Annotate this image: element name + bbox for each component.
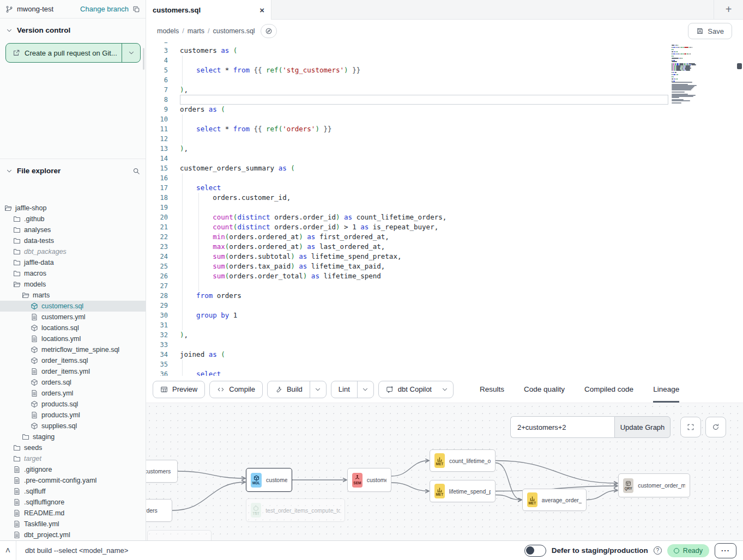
code-line-15[interactable]: 15customer_orders_summary as ( <box>146 163 743 173</box>
lineage-node-customer_order_metrics[interactable]: QRYcustomer_order_metrics <box>618 473 690 497</box>
file-tree-item-supplies-sql[interactable]: supplies.sql <box>0 421 146 431</box>
file-tree-item-locations-sql[interactable]: locations.sql <box>0 322 146 333</box>
lineage-canvas[interactable]: stg_customersordersMDLcustomersTSTtest_o… <box>146 403 743 540</box>
code-line-32[interactable]: 32), <box>146 330 743 340</box>
code-line-30[interactable]: 30 group by 1 <box>146 311 743 320</box>
save-button[interactable]: Save <box>688 23 732 39</box>
lineage-node-average_order_value[interactable]: METaverage_order_value <box>522 489 587 511</box>
lineage-node-count_lifetime_orders[interactable]: METcount_lifetime_orders <box>430 449 496 472</box>
code-line-28[interactable]: 28 from orders <box>146 291 743 301</box>
help-icon[interactable]: ? <box>654 546 662 555</box>
code-lines[interactable]: 23customers as (45 select * from {{ ref(… <box>146 42 743 376</box>
code-line-6[interactable]: 6 <box>146 75 743 85</box>
file-tree-item-marts[interactable]: marts <box>0 290 146 301</box>
copy-icon[interactable] <box>132 5 140 13</box>
breadcrumb-item[interactable]: marts <box>188 27 204 35</box>
tab-results[interactable]: Results <box>480 376 504 403</box>
version-control-header[interactable]: Version control <box>0 19 146 40</box>
chevron-down-icon[interactable] <box>439 381 453 398</box>
scrollbar-thumb[interactable] <box>737 63 742 69</box>
fullscreen-button[interactable] <box>680 417 701 437</box>
lineage-node-partial_node[interactable] <box>147 530 212 540</box>
explore-lineage-button[interactable] <box>261 24 277 38</box>
preview-button[interactable]: Preview <box>153 381 205 398</box>
tab-compiled-code[interactable]: Compiled code <box>584 376 633 403</box>
file-tree-item-products-yml[interactable]: products.yml <box>0 410 146 421</box>
new-tab-button[interactable]: + <box>714 0 743 19</box>
file-tree-item-order-items-sql[interactable]: order_items.sql <box>0 355 146 366</box>
file-tree-item-jaffle-shop[interactable]: jaffle-shop <box>0 203 146 214</box>
file-tree-item-jaffle-data[interactable]: jaffle-data <box>0 257 146 268</box>
file-tree-item-orders-yml[interactable]: orders.yml <box>0 388 146 399</box>
code-line-18[interactable]: 18 orders.customer_id, <box>146 193 743 203</box>
code-line-12[interactable]: 12 <box>146 134 743 144</box>
file-tree-item-data-tests[interactable]: data-tests <box>0 235 146 246</box>
expand-command-bar-button[interactable]: ˄ <box>0 541 16 560</box>
editor-scrollbar[interactable] <box>736 42 742 376</box>
code-line-10[interactable]: 10 <box>146 114 743 124</box>
code-line-11[interactable]: 11 select * from {{ ref('orders') }} <box>146 124 743 134</box>
close-tab-icon[interactable]: × <box>259 5 264 15</box>
chevron-down-icon[interactable] <box>310 381 326 398</box>
file-tree-item-macros[interactable]: macros <box>0 268 146 279</box>
tab-code-quality[interactable]: Code quality <box>524 376 565 403</box>
code-line-17[interactable]: 17 select <box>146 183 743 193</box>
code-line-14[interactable]: 14 <box>146 154 743 163</box>
tab-customers-sql[interactable]: customers.sql × <box>146 0 271 20</box>
file-tree-item-metricflow-time-spine-sql[interactable]: metricflow_time_spine.sql <box>0 344 146 355</box>
code-line-8[interactable]: 8 <box>146 95 743 105</box>
file-tree-item--pre-commit-config-yaml[interactable]: .pre-commit-config.yaml <box>0 475 146 486</box>
chevron-down-icon[interactable] <box>357 381 373 398</box>
code-line-7[interactable]: 7), <box>146 85 743 95</box>
code-line-13[interactable]: 13), <box>146 144 743 154</box>
file-tree-item-orders-sql[interactable]: orders.sql <box>0 377 146 388</box>
file-explorer-header[interactable]: File explorer <box>0 159 146 180</box>
code-line-4[interactable]: 4 <box>146 56 743 65</box>
refresh-button[interactable] <box>705 417 726 437</box>
code-line-19[interactable]: 19 <box>146 203 743 212</box>
code-line-31[interactable]: 31 <box>146 320 743 330</box>
minimap[interactable] <box>672 42 721 104</box>
file-tree-item--sqlfluff[interactable]: .sqlfluff <box>0 486 146 497</box>
code-line-24[interactable]: 24 sum(orders.subtotal) as lifetime_spen… <box>146 252 743 261</box>
lineage-node-lifetime_spend_pretax[interactable]: METlifetime_spend_pretax <box>430 480 496 502</box>
code-line-36[interactable]: 36 select <box>146 369 743 376</box>
lineage-node-test_order_items[interactable]: TSTtest_order_items_compute_to_bools... <box>246 498 345 522</box>
code-line-20[interactable]: 20 count(distinct orders.order_id) as co… <box>146 212 743 222</box>
code-line-34[interactable]: 34joined as ( <box>146 350 743 360</box>
file-tree-item-staging[interactable]: staging <box>0 431 146 442</box>
file-tree-item-readme-md[interactable]: README.md <box>0 508 146 519</box>
code-line-27[interactable]: 27 <box>146 281 743 291</box>
breadcrumb-item[interactable]: models <box>157 27 179 35</box>
tab-lineage[interactable]: Lineage <box>653 376 679 403</box>
file-tree-item-dbt-project-yml[interactable]: dbt_project.yml <box>0 529 146 540</box>
file-tree-item--gitignore[interactable]: .gitignore <box>0 464 146 475</box>
file-tree-item-taskfile-yml[interactable]: Taskfile.yml <box>0 519 146 529</box>
code-line-22[interactable]: 22 min(orders.ordered_at) as first_order… <box>146 232 743 242</box>
file-tree-item-customers-sql[interactable]: customers.sql <box>0 301 146 312</box>
code-line-35[interactable]: 35 <box>146 360 743 369</box>
update-graph-button[interactable]: Update Graph <box>614 416 670 438</box>
build-button[interactable]: Build <box>267 381 327 398</box>
file-tree-item-products-sql[interactable]: products.sql <box>0 399 146 410</box>
lineage-node-stg_customers[interactable]: stg_customers <box>146 460 178 483</box>
file-tree-item-target[interactable]: target <box>0 453 146 464</box>
file-tree-item-customers-yml[interactable]: customers.yml <box>0 312 146 322</box>
code-line-3[interactable]: 3customers as ( <box>146 46 743 56</box>
defer-toggle[interactable] <box>524 545 546 557</box>
code-line-23[interactable]: 23 max(orders.ordered_at) as last_ordere… <box>146 242 743 252</box>
lineage-selector-input[interactable] <box>510 416 614 438</box>
more-options-button[interactable]: ··· <box>715 543 736 558</box>
file-tree-item-seeds[interactable]: seeds <box>0 442 146 453</box>
file-tree-item--sqlfluffignore[interactable]: .sqlfluffignore <box>0 497 146 508</box>
file-tree-item-analyses[interactable]: analyses <box>0 224 146 235</box>
code-line-29[interactable]: 29 <box>146 301 743 311</box>
lint-button[interactable]: Lint <box>331 381 374 398</box>
code-line-26[interactable]: 26 sum(orders.order_total) as lifetime_s… <box>146 271 743 281</box>
file-tree-item--github[interactable]: .github <box>0 214 146 224</box>
compile-button[interactable]: Compile <box>209 381 263 398</box>
change-branch-link[interactable]: Change branch <box>80 5 129 13</box>
breadcrumb-item[interactable]: customers.sql <box>213 27 255 35</box>
dbt-copilot-button[interactable]: dbt Copilot <box>378 381 454 398</box>
search-icon[interactable] <box>132 167 140 175</box>
